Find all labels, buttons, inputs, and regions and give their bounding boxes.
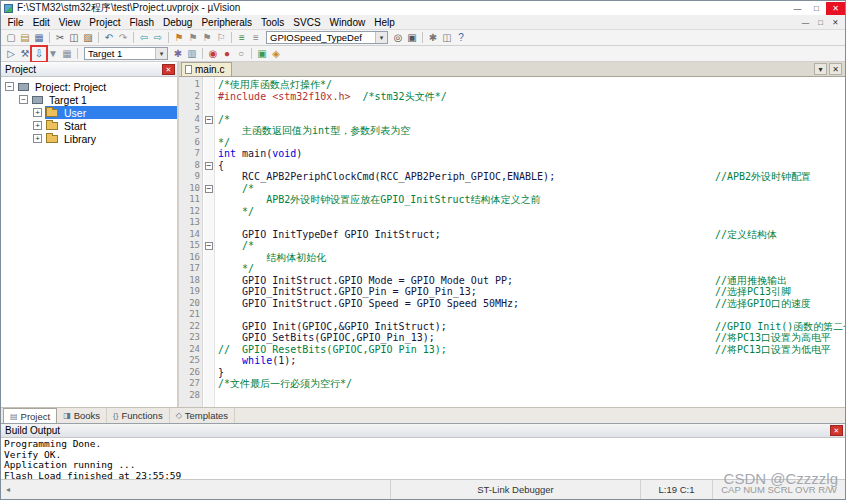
expand-icon[interactable]: + — [33, 121, 42, 130]
back-icon[interactable]: ⇦ — [137, 31, 151, 45]
code-line-22[interactable]: 22 GPIO_Init(GPIOC,&GPIO_InitStruct);//G… — [179, 321, 845, 333]
rebuild-icon[interactable]: ▼ — [46, 47, 60, 61]
menu-help[interactable]: Help — [370, 15, 400, 30]
code-area[interactable]: 1/*使用库函数点灯操作*/2#include <stm32f10x.h> /*… — [179, 77, 845, 407]
panel-tab-books[interactable]: ◨Books — [57, 408, 107, 423]
panel-tab-functions[interactable]: {}Functions — [107, 408, 170, 423]
uncomment-icon[interactable]: ≡ — [249, 31, 263, 45]
code-line-6[interactable]: 6*/ — [179, 137, 845, 149]
code-line-3[interactable]: 3 — [179, 102, 845, 114]
load-icon[interactable]: ⇩ — [32, 47, 46, 61]
menu-peripherals[interactable]: Peripherals — [197, 15, 257, 30]
menu-project[interactable]: Project — [85, 15, 125, 30]
start-debug-session-icon[interactable]: ◉ — [206, 47, 220, 61]
project-panel-close-icon[interactable]: ✕ — [162, 64, 175, 75]
code-line-18[interactable]: 18 GPIO_InitStruct.GPIO_Mode = GPIO_Mode… — [179, 275, 845, 287]
comment-icon[interactable]: ≡ — [235, 31, 249, 45]
menu-svcs[interactable]: SVCS — [289, 15, 325, 30]
collapse-icon[interactable]: − — [19, 95, 28, 104]
code-line-20[interactable]: 20 GPIO_InitStruct.GPIO_Speed = GPIO_Spe… — [179, 298, 845, 310]
maximize-button[interactable]: □ — [807, 2, 826, 15]
project-targets-icon[interactable]: ◈ — [269, 47, 283, 61]
menu-file[interactable]: File — [3, 15, 28, 30]
insert-breakpoint-icon[interactable]: ● — [220, 47, 234, 61]
mdi-minimize-button[interactable]: — — [798, 18, 813, 27]
clear-bookmarks-icon[interactable]: ⚐ — [214, 31, 228, 45]
next-bookmark-icon[interactable]: ⚑ — [200, 31, 214, 45]
find-in-files-icon[interactable]: ▣ — [405, 31, 419, 45]
fold-collapse-icon[interactable]: − — [205, 185, 213, 193]
batch-build-icon[interactable]: ▦ — [60, 47, 74, 61]
menu-view[interactable]: View — [54, 15, 85, 30]
file-extensions-icon[interactable]: ▥ — [185, 47, 199, 61]
fold-collapse-icon[interactable]: − — [205, 242, 213, 250]
minimize-button[interactable]: — — [788, 2, 807, 15]
menu-debug[interactable]: Debug — [158, 15, 196, 30]
code-line-23[interactable]: 23 GPIO_SetBits(GPIOC,GPIO_Pin_13);//将PC… — [179, 332, 845, 344]
code-line-11[interactable]: 11 APB2外设时钟设置应放在GPIO_InitStruct结构体定义之前 — [179, 194, 845, 206]
chevron-down-icon[interactable]: ▾ — [375, 32, 387, 43]
tree-item-user[interactable]: +User — [1, 106, 177, 119]
code-line-14[interactable]: 14 GPIO_InitTypeDef GPIO_InitStruct;//定义… — [179, 229, 845, 241]
code-line-19[interactable]: 19 GPIO_InitStruct.GPIO_Pin = GPIO_Pin_1… — [179, 286, 845, 298]
undo-icon[interactable]: ↶ — [102, 31, 116, 45]
build-output-close-icon[interactable]: ✕ — [830, 425, 843, 436]
tree-item-target-1[interactable]: −Target 1 — [1, 93, 177, 106]
translate-file-icon[interactable]: ▷ — [4, 47, 18, 61]
expand-icon[interactable]: + — [33, 134, 42, 143]
code-line-12[interactable]: 12 */ — [179, 206, 845, 218]
code-line-4[interactable]: 4−/* — [179, 114, 845, 126]
find-icon[interactable]: ◎ — [391, 31, 405, 45]
configure-icon[interactable]: ✱ — [426, 31, 440, 45]
menu-flash[interactable]: Flash — [125, 15, 158, 30]
menu-edit[interactable]: Edit — [28, 15, 54, 30]
redo-icon[interactable]: ↷ — [116, 31, 130, 45]
panel-tab-project[interactable]: ▤Project — [3, 408, 57, 423]
code-line-13[interactable]: 13 — [179, 217, 845, 229]
code-line-17[interactable]: 17 */ — [179, 263, 845, 275]
code-line-24[interactable]: 24// GPIO_ResetBits(GPIOC,GPIO_Pin_13);/… — [179, 344, 845, 356]
fold-collapse-icon[interactable]: − — [205, 162, 213, 170]
manage-layout-icon[interactable]: ▣ — [255, 47, 269, 61]
prev-bookmark-icon[interactable]: ⚑ — [186, 31, 200, 45]
document-close-icon[interactable]: ✕ — [829, 63, 842, 75]
fold-collapse-icon[interactable]: − — [205, 116, 213, 124]
collapse-icon[interactable]: − — [5, 82, 14, 91]
code-line-5[interactable]: 5 主函数返回值为int型，参数列表为空 — [179, 125, 845, 137]
help-icon[interactable]: ? — [454, 31, 468, 45]
code-line-2[interactable]: 2#include <stm32f10x.h> /*stm32头文件*/ — [179, 91, 845, 103]
window-split-icon[interactable]: ◫ — [440, 31, 454, 45]
close-button[interactable]: ✕ — [826, 2, 845, 15]
kill-breakpoints-icon[interactable]: ○ — [234, 47, 248, 61]
tree-item-start[interactable]: +Start — [1, 119, 177, 132]
code-line-27[interactable]: 27/*文件最后一行必须为空行*/ — [179, 378, 845, 390]
options-for-target-icon[interactable]: ✱ — [171, 47, 185, 61]
tree-item-library[interactable]: +Library — [1, 132, 177, 145]
copy-icon[interactable]: ◫ — [67, 31, 81, 45]
document-list-dropdown-icon[interactable]: ▾ — [814, 63, 827, 75]
build-output-body[interactable]: Programming Done.Verify OK.Application r… — [1, 438, 845, 479]
target-select[interactable]: Target 1 ▾ — [84, 47, 168, 60]
mdi-restore-button[interactable]: □ — [813, 18, 828, 27]
code-line-9[interactable]: 9 RCC_APB2PeriphClockCmd(RCC_APB2Periph_… — [179, 171, 845, 183]
code-line-10[interactable]: 10− /* — [179, 183, 845, 195]
panel-tab-templates[interactable]: ◇Templates — [170, 408, 235, 423]
code-line-1[interactable]: 1/*使用库函数点灯操作*/ — [179, 79, 845, 91]
code-line-28[interactable]: 28 — [179, 390, 845, 402]
build-icon[interactable]: ⚒ — [18, 47, 32, 61]
code-line-8[interactable]: 8−{ — [179, 160, 845, 172]
tab-main-c[interactable]: main.c — [181, 62, 232, 76]
scroll-left-icon[interactable]: ◂ — [1, 485, 15, 494]
cut-icon[interactable]: ✂ — [53, 31, 67, 45]
mdi-close-button[interactable]: ✕ — [828, 18, 843, 27]
open-file-icon[interactable]: ▤ — [18, 31, 32, 45]
paste-icon[interactable]: ▨ — [81, 31, 95, 45]
code-line-16[interactable]: 16 结构体初始化 — [179, 252, 845, 264]
search-combo[interactable]: GPIOSpeed_TypeDef ▾ — [266, 31, 388, 44]
code-line-7[interactable]: 7int main(void) — [179, 148, 845, 160]
bookmark-icon[interactable]: ⚑ — [172, 31, 186, 45]
menu-tools[interactable]: Tools — [257, 15, 289, 30]
new-file-icon[interactable]: ▢ — [4, 31, 18, 45]
expand-icon[interactable]: + — [33, 108, 42, 117]
code-line-26[interactable]: 26} — [179, 367, 845, 379]
